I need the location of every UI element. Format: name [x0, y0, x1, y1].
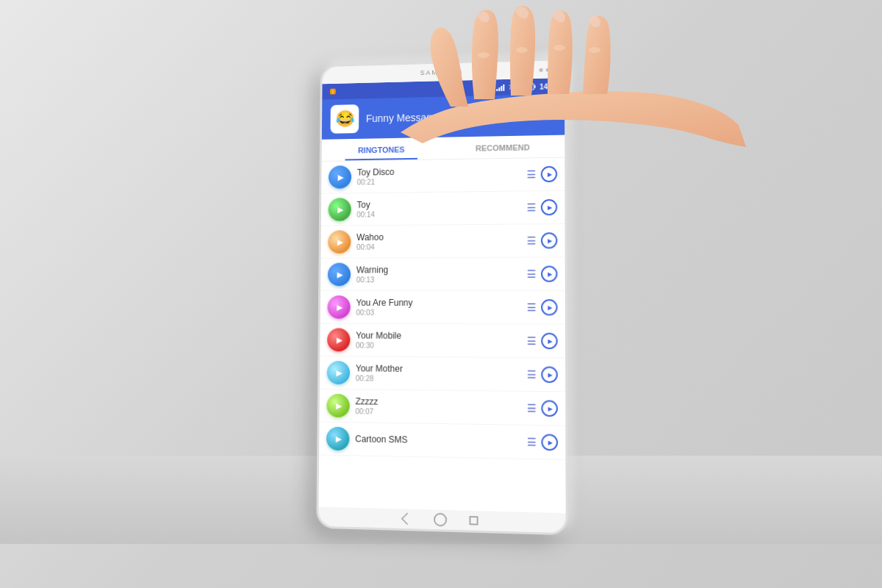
play-circle-triangle-icon: ▶	[548, 337, 552, 344]
play-triangle-icon: ▶	[338, 173, 344, 182]
song-duration-6: 00:30	[356, 341, 521, 350]
svg-rect-8	[501, 86, 503, 91]
song-info-4: Warning 00:13	[356, 265, 521, 284]
svg-point-0	[478, 52, 490, 58]
menu-icon-2[interactable]: ☰	[527, 201, 537, 213]
song-info-1: Toy Disco 00:21	[357, 165, 521, 187]
play-button-9[interactable]: ▶	[326, 427, 350, 451]
samsung-logo: SAMSUNG	[420, 68, 464, 76]
play-triangle-icon: ▶	[336, 434, 342, 443]
play-button-2[interactable]: ▶	[329, 198, 351, 221]
list-item: ▶ Zzzzz 00:07 ☰ ▶	[319, 390, 565, 426]
app-header: 😂 Funny Message Tones	[322, 94, 564, 140]
play-circle-3[interactable]: ▶	[541, 232, 557, 248]
menu-icon-6[interactable]: ☰	[527, 335, 537, 347]
play-circle-triangle-icon: ▶	[548, 371, 552, 378]
svg-point-3	[589, 47, 600, 53]
svg-rect-6	[497, 89, 498, 91]
ringtone-list: ▶ Toy Disco 00:21 ☰ ▶ ▶	[318, 158, 565, 514]
share-button[interactable]	[541, 106, 556, 123]
song-duration-7: 00:28	[356, 374, 521, 384]
status-left: !	[328, 87, 338, 97]
action-icons-5: ☰ ▶	[527, 299, 558, 315]
menu-icon-8[interactable]: ☰	[527, 402, 537, 415]
list-item: ▶ You Are Funny 00:03 ☰ ▶	[320, 291, 565, 325]
play-button-4[interactable]: ▶	[328, 263, 351, 287]
song-duration-3: 00:04	[356, 243, 521, 251]
song-duration-2: 00:14	[356, 209, 520, 218]
play-triangle-icon: ▶	[336, 401, 342, 410]
play-circle-triangle-icon: ▶	[548, 270, 552, 277]
list-item: ▶ Your Mother 00:28 ☰ ▶	[320, 356, 565, 392]
list-item: ▶ Your Mobile 00:30 ☰ ▶	[320, 323, 565, 358]
tablet-device: SAMSUNG ! 4G	[316, 58, 568, 535]
action-icons-7: ☰ ▶	[527, 366, 558, 383]
tablet-dots	[539, 68, 550, 71]
play-triangle-icon: ▶	[337, 335, 343, 345]
play-triangle-icon: ▶	[337, 237, 343, 247]
song-duration-5: 00:03	[356, 309, 520, 318]
song-info-7: Your Mother 00:28	[356, 363, 521, 384]
song-name-3: Wahoo	[356, 231, 520, 242]
svg-point-1	[516, 47, 528, 53]
menu-icon-5[interactable]: ☰	[527, 301, 537, 313]
menu-icon-4[interactable]: ☰	[527, 268, 537, 280]
tab-ringtones[interactable]: RINGTONES	[322, 137, 442, 161]
svg-line-16	[546, 114, 551, 116]
tablet-wrapper: SAMSUNG ! 4G	[316, 59, 566, 529]
song-info-3: Wahoo 00:04	[356, 231, 521, 251]
action-icons-6: ☰ ▶	[527, 333, 558, 350]
song-name-9: Cartoon SMS	[355, 434, 521, 447]
menu-icon-3[interactable]: ☰	[527, 234, 537, 246]
play-triangle-icon: ▶	[337, 205, 343, 215]
action-icons-1: ☰ ▶	[527, 166, 558, 183]
action-icons-4: ☰ ▶	[527, 266, 558, 282]
menu-icon-7[interactable]: ☰	[527, 368, 537, 380]
network-type: 4G	[485, 84, 494, 91]
play-circle-6[interactable]: ▶	[541, 333, 558, 349]
list-item: ▶ Cartoon SMS ☰ ▶	[319, 422, 565, 459]
play-circle-1[interactable]: ▶	[541, 166, 557, 182]
svg-text:!: !	[332, 90, 334, 95]
play-circle-9[interactable]: ▶	[541, 434, 558, 451]
play-circle-4[interactable]: ▶	[541, 266, 558, 282]
svg-line-17	[546, 110, 551, 112]
play-circle-8[interactable]: ▶	[541, 400, 558, 417]
song-info-5: You Are Funny 00:03	[356, 298, 520, 317]
play-button-3[interactable]: ▶	[328, 230, 351, 254]
list-item: ▶ Toy Disco 00:21 ☰ ▶	[321, 158, 564, 194]
svg-point-2	[553, 45, 565, 51]
status-time: 14:52	[539, 82, 559, 91]
song-duration-1: 00:21	[357, 176, 521, 186]
action-icons-9: ☰ ▶	[527, 434, 558, 451]
song-info-9: Cartoon SMS	[355, 434, 521, 448]
play-circle-2[interactable]: ▶	[541, 199, 557, 215]
play-button-1[interactable]: ▶	[329, 165, 351, 189]
app-logo: 😂	[330, 104, 359, 134]
back-button[interactable]	[401, 512, 413, 525]
svg-rect-9	[503, 85, 505, 91]
app-title: Funny Message Tones	[366, 110, 534, 125]
home-button[interactable]	[434, 513, 447, 527]
list-item: ▶ Wahoo 00:04 ☰ ▶	[320, 224, 564, 259]
play-button-6[interactable]: ▶	[327, 328, 350, 351]
song-info-6: Your Mobile 00:30	[356, 331, 521, 351]
menu-icon-9[interactable]: ☰	[527, 436, 537, 448]
song-name-7: Your Mother	[356, 363, 521, 375]
song-name-4: Warning	[356, 265, 521, 276]
play-button-7[interactable]: ▶	[327, 361, 350, 384]
play-circle-7[interactable]: ▶	[541, 366, 558, 383]
song-duration-8: 00:07	[355, 407, 520, 417]
play-button-5[interactable]: ▶	[327, 295, 350, 319]
tab-recommend[interactable]: RECOMMEND	[442, 135, 565, 159]
play-circle-5[interactable]: ▶	[541, 299, 558, 315]
recent-apps-button[interactable]	[469, 516, 478, 526]
menu-icon-1[interactable]: ☰	[527, 168, 537, 180]
svg-point-14	[542, 112, 546, 115]
play-button-8[interactable]: ▶	[326, 394, 350, 417]
svg-rect-11	[534, 85, 536, 88]
play-triangle-icon: ▶	[336, 368, 342, 378]
battery-icon	[525, 83, 537, 90]
play-circle-triangle-icon: ▶	[548, 405, 552, 412]
list-item: ▶ Toy 00:14 ☰ ▶	[321, 191, 565, 226]
